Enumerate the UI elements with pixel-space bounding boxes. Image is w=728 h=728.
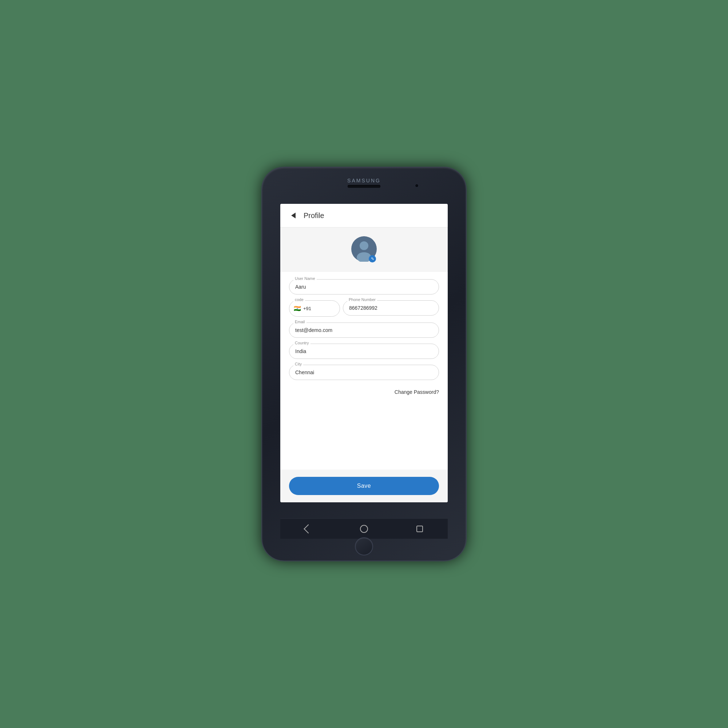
- phone-screen: Profile ✎ User Name: [280, 204, 448, 502]
- svg-point-1: [359, 241, 369, 250]
- email-input[interactable]: [289, 323, 439, 338]
- username-label: User Name: [294, 276, 317, 281]
- country-input[interactable]: [289, 344, 439, 359]
- physical-home-button[interactable]: [355, 537, 373, 555]
- phone-number-group: Phone Number: [343, 300, 439, 317]
- city-input[interactable]: [289, 365, 439, 380]
- country-group: Country: [289, 344, 439, 359]
- country-code-text: +91: [303, 306, 311, 311]
- form-section: User Name code 🇮🇳 +91 Phone Number: [280, 272, 448, 470]
- nav-back-icon: [304, 524, 313, 533]
- brand-logo: SAMSUNG: [347, 177, 381, 184]
- avatar-container[interactable]: ✎: [351, 236, 377, 263]
- edit-icon: ✎: [371, 257, 374, 262]
- phone-input[interactable]: [343, 300, 439, 316]
- save-button[interactable]: Save: [289, 477, 439, 495]
- phone-label: Phone Number: [347, 297, 377, 302]
- username-input[interactable]: [289, 279, 439, 294]
- front-camera: [415, 184, 419, 187]
- change-password-link[interactable]: Change Password?: [395, 389, 439, 395]
- back-arrow-icon: [291, 213, 295, 219]
- nav-recents-button[interactable]: [413, 522, 426, 535]
- navigation-bar: [280, 518, 448, 539]
- edit-avatar-button[interactable]: ✎: [369, 255, 376, 262]
- speaker-grill: [348, 185, 380, 188]
- nav-home-button[interactable]: [358, 522, 370, 535]
- back-button[interactable]: [288, 210, 299, 221]
- page-title: Profile: [304, 211, 324, 220]
- username-group: User Name: [289, 279, 439, 294]
- country-flag: 🇮🇳: [294, 305, 301, 312]
- change-password-section: Change Password?: [289, 386, 439, 397]
- nav-home-icon: [360, 525, 368, 533]
- save-section: Save: [280, 470, 448, 502]
- country-code-group: code 🇮🇳 +91: [289, 300, 340, 317]
- country-code-selector[interactable]: 🇮🇳 +91: [289, 300, 340, 317]
- phone-row: code 🇮🇳 +91 Phone Number: [289, 300, 439, 317]
- avatar-section: ✎: [280, 228, 448, 272]
- nav-recents-icon: [416, 526, 423, 532]
- nav-back-button[interactable]: [302, 522, 315, 535]
- email-label: Email: [294, 320, 306, 324]
- city-label: City: [294, 362, 303, 366]
- country-label: Country: [294, 341, 310, 345]
- phone-device: SAMSUNG Profile ✎: [262, 167, 466, 561]
- app-header: Profile: [280, 204, 448, 228]
- city-group: City: [289, 365, 439, 380]
- code-label: code: [294, 297, 305, 302]
- email-group: Email: [289, 323, 439, 338]
